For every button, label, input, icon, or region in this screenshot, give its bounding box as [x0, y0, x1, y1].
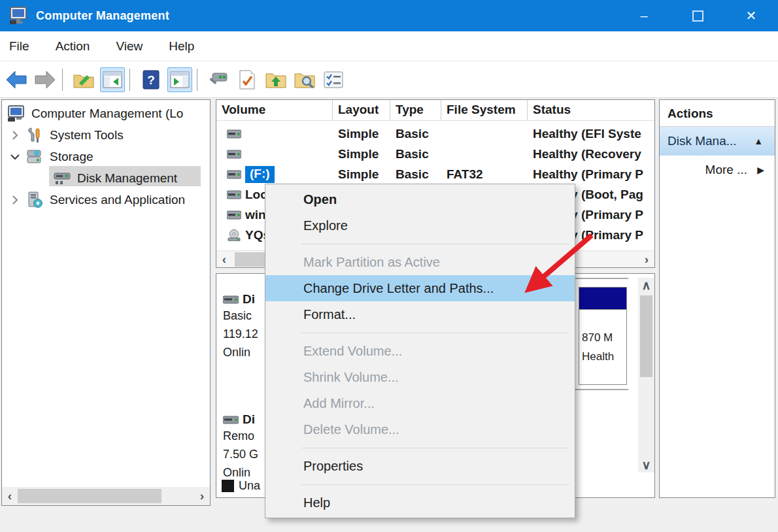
chevron-right-icon	[10, 195, 20, 205]
close-button[interactable]: ✕	[724, 0, 778, 31]
toolbar: ?	[0, 61, 778, 98]
disk-view-vertical-scrollbar[interactable]: ∧ ∨	[638, 278, 654, 473]
volume-file-system: FAT32	[441, 167, 528, 182]
tree-item-disk-management[interactable]: Disk Management	[2, 167, 211, 189]
volume-type: Basic	[390, 127, 441, 141]
actions-group-label: Disk Mana...	[668, 134, 737, 148]
partition-size: 870 M	[582, 328, 626, 347]
disk-type-text: Basic	[223, 307, 258, 325]
menu-item-add-mirror: Add Mirror...	[265, 390, 575, 416]
volume-name: Loc	[245, 188, 267, 202]
computer-management-window: Computer Management – ✕ File Action View…	[0, 0, 778, 532]
column-header-volume[interactable]: Volume	[216, 100, 333, 121]
forward-icon[interactable]	[33, 67, 58, 92]
tree-item-services-applications[interactable]: Services and Application	[2, 189, 211, 210]
disk-management-icon	[53, 170, 71, 187]
help-icon[interactable]: ?	[139, 67, 163, 92]
tree-item-label: System Tools	[50, 128, 124, 142]
disk0-label-block[interactable]: Di Basic 119.12 Onlin	[223, 292, 258, 361]
export-folder-icon[interactable]	[71, 67, 96, 92]
actions-pane-title: Actions	[660, 100, 775, 127]
scroll-left-icon[interactable]: ‹	[216, 252, 232, 267]
column-header-layout[interactable]: Layout	[333, 100, 390, 121]
toolbar-separator	[197, 69, 197, 91]
folder-up-icon[interactable]	[263, 67, 288, 92]
actions-more-label: More ...	[705, 163, 747, 177]
volume-layout: Simple	[333, 147, 390, 161]
column-header-file-system[interactable]: File System	[441, 100, 528, 121]
tree-horizontal-scrollbar[interactable]: ‹ ›	[2, 487, 210, 505]
volume-row[interactable]: Simple Basic Healthy (Recovery	[216, 144, 654, 164]
red-annotation-arrow	[516, 227, 598, 299]
menu-help[interactable]: Help	[156, 31, 207, 61]
menu-item-format[interactable]: Format...	[265, 301, 575, 327]
disk1-label-block[interactable]: Di Remo 7.50 G Onlin	[223, 412, 258, 482]
volume-layout: Simple	[333, 167, 390, 182]
actions-more-button[interactable]: More ... ▶	[660, 156, 775, 184]
storage-icon	[25, 148, 44, 165]
menu-item-properties[interactable]: Properties	[265, 453, 575, 479]
disk-icon	[223, 295, 239, 304]
disk-size-text: 7.50 G	[223, 445, 258, 463]
properties-list-icon[interactable]	[321, 67, 346, 92]
scroll-left-icon[interactable]: ‹	[2, 489, 18, 503]
scroll-up-icon[interactable]: ∧	[639, 278, 654, 293]
chevron-down-icon	[10, 152, 20, 162]
volume-row[interactable]: Simple Basic Healthy (EFI Syste	[216, 124, 654, 144]
minimize-button[interactable]: –	[617, 0, 671, 31]
action-pane-toggle-icon[interactable]	[167, 67, 192, 92]
menu-view[interactable]: View	[103, 31, 156, 61]
device-icon[interactable]	[206, 67, 231, 92]
volume-type: Basic	[390, 167, 441, 182]
volume-disk-icon	[227, 190, 241, 199]
tree-item-label: Storage	[50, 150, 93, 164]
volume-disk-icon	[227, 170, 241, 179]
system-tools-icon	[25, 127, 44, 144]
computer-icon	[7, 105, 25, 122]
menu-action[interactable]: Action	[42, 31, 103, 61]
volume-status: Healthy (Primary P	[528, 167, 654, 182]
title-bar: Computer Management – ✕	[0, 0, 778, 31]
menu-item-help[interactable]: Help	[265, 490, 575, 516]
console-tree-toggle-icon[interactable]	[100, 67, 125, 92]
scroll-right-icon[interactable]: ›	[639, 252, 654, 267]
unallocated-swatch-icon	[222, 480, 234, 492]
disk-icon	[223, 416, 239, 424]
column-header-type[interactable]: Type	[390, 100, 441, 121]
maximize-button[interactable]	[671, 0, 724, 31]
maximize-icon	[692, 10, 703, 22]
partition-block[interactable]: 870 M Health	[579, 287, 627, 385]
column-header-status[interactable]: Status	[528, 100, 654, 121]
tree-item-computer-management[interactable]: Computer Management (Lo	[2, 103, 211, 124]
menu-item-shrink-volume: Shrink Volume...	[265, 364, 575, 390]
tree-item-label: Computer Management (Lo	[31, 107, 183, 121]
checklist-doc-icon[interactable]	[235, 67, 260, 92]
menu-item-extend-volume: Extend Volume...	[265, 338, 575, 364]
unallocated-legend: Una	[222, 479, 260, 493]
actions-group-disk-management[interactable]: Disk Mana... ▲	[660, 127, 775, 156]
tree-item-storage[interactable]: Storage	[2, 146, 211, 167]
back-icon[interactable]	[4, 67, 29, 92]
close-icon: ✕	[746, 8, 757, 24]
chevron-right-icon	[10, 130, 20, 141]
scrollbar-thumb[interactable]	[18, 489, 161, 503]
scroll-down-icon[interactable]: ∨	[639, 457, 654, 473]
tree-item-label: Disk Management	[77, 171, 177, 186]
volume-disk-icon	[227, 129, 241, 139]
toolbar-separator	[129, 69, 130, 91]
expand-right-icon[interactable]: ▶	[757, 165, 764, 175]
menu-file[interactable]: File	[0, 31, 42, 61]
menu-separator	[265, 327, 575, 338]
menu-item-open[interactable]: Open	[265, 186, 575, 212]
volume-row-selected[interactable]: (F:) Simple Basic FAT32 Healthy (Primary…	[216, 164, 654, 184]
scrollbar-thumb[interactable]	[640, 295, 652, 377]
collapse-icon[interactable]: ▲	[754, 136, 763, 146]
scroll-right-icon[interactable]: ›	[194, 489, 210, 503]
volume-status: Healthy (Recovery	[528, 147, 654, 161]
folder-search-icon[interactable]	[292, 67, 317, 92]
actions-pane: Actions Disk Mana... ▲ More ... ▶	[659, 99, 775, 498]
tree-item-system-tools[interactable]: System Tools	[2, 124, 211, 146]
tree-item-label: Services and Application	[50, 193, 185, 207]
disk-name-text: Di	[243, 412, 255, 427]
disk-name-text: Di	[243, 292, 255, 307]
